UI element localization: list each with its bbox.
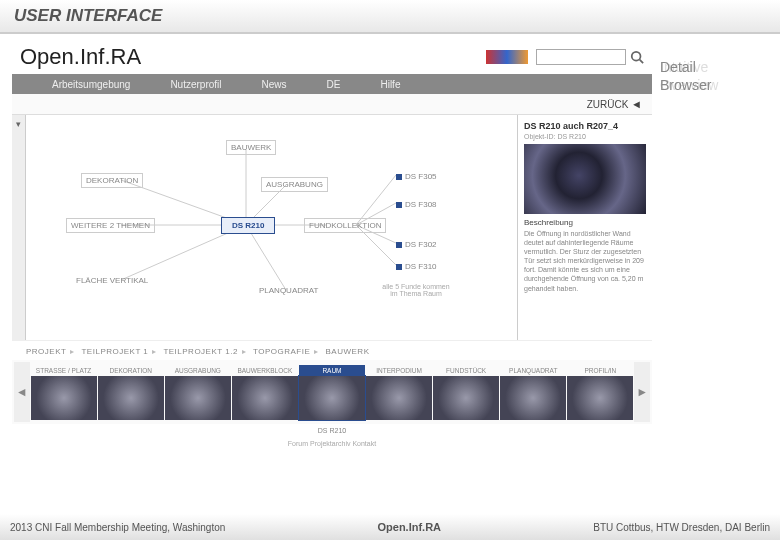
thumb-raum[interactable]: RAUM <box>299 365 365 420</box>
thumb-next-button[interactable]: ► <box>634 362 650 422</box>
detail-image[interactable] <box>524 144 646 214</box>
nav-item-profile[interactable]: Nutzerprofil <box>170 79 221 90</box>
thumb-ausgrabung[interactable]: AUSGRABUNG <box>165 365 231 420</box>
graph-node-f302[interactable]: DS F302 <box>391 237 442 252</box>
detail-panel: DS R210 auch R207_4 Objekt-ID: DS R210 B… <box>517 115 652 340</box>
footer-right: BTU Cottbus, HTW Dresden, DAI Berlin <box>593 522 770 533</box>
thumb-profil[interactable]: PROFIL/IN <box>567 365 633 420</box>
graph-node-flaeche[interactable]: FLÄCHE VERTIKAL <box>71 273 153 288</box>
graph-node-dekoration[interactable]: DEKORATION <box>81 173 143 188</box>
graph-node-weitere[interactable]: WEITERE 2 THEMEN <box>66 218 155 233</box>
annotation-label: Intuitive Overview Detail Browser <box>660 58 711 94</box>
brand-logo <box>486 50 528 64</box>
graph-node-f305[interactable]: DS F305 <box>391 169 442 184</box>
thumb-strasse[interactable]: STRASSE / PLATZ <box>31 365 97 420</box>
slide-footer: 2013 CNI Fall Membership Meeting, Washin… <box>0 514 780 540</box>
search-icon[interactable] <box>630 50 644 64</box>
graph-node-f310[interactable]: DS F310 <box>391 259 442 274</box>
search-input[interactable] <box>536 49 626 65</box>
footer-left: 2013 CNI Fall Membership Meeting, Washin… <box>10 522 225 533</box>
footer-center: Open.Inf.RA <box>378 521 442 533</box>
detail-text: Die Öffnung in nordöstlicher Wand deutet… <box>524 229 646 293</box>
detail-label: Beschreibung <box>524 218 646 227</box>
app-title: Open.Inf.RA <box>20 44 141 70</box>
thumb-prev-button[interactable]: ◄ <box>14 362 30 422</box>
svg-line-1 <box>640 60 644 64</box>
detail-title: DS R210 auch R207_4 <box>524 121 646 131</box>
nav-item-lang[interactable]: DE <box>327 79 341 90</box>
thumb-caption: DS R210 <box>12 424 652 437</box>
thumb-dekoration[interactable]: DEKORATION <box>98 365 164 420</box>
graph-node-f308[interactable]: DS F308 <box>391 197 442 212</box>
crumb-bauwerk[interactable]: BAUWERK <box>326 347 370 356</box>
relation-graph[interactable]: BAUWERK DEKORATION WEITERE 2 THEMEN FLÄC… <box>26 115 517 340</box>
crumb-tp12[interactable]: TEILPROJEKT 1.2 <box>163 347 238 356</box>
graph-node-planquadrat[interactable]: PLANQUADRAT <box>254 283 323 298</box>
crumb-projekt[interactable]: PROJEKT <box>26 347 66 356</box>
app-screenshot: Open.Inf.RA Arbeitsumgebung Nutzerprofil… <box>12 40 652 450</box>
breadcrumb: PROJEKT▸ TEILPROJEKT 1▸ TEILPROJEKT 1.2▸… <box>12 340 652 360</box>
nav-bar: Arbeitsumgebung Nutzerprofil News DE Hil… <box>12 74 652 94</box>
thumb-bauwerkblock[interactable]: BAUWERKBLOCK <box>232 365 298 420</box>
svg-point-0 <box>632 52 641 61</box>
thumb-fundstueck[interactable]: FUNDSTÜCK <box>433 365 499 420</box>
graph-node-ausgrabung[interactable]: AUSGRABUNG <box>261 177 328 192</box>
back-row: ZURÜCK ◄ <box>12 94 652 115</box>
detail-subtitle: Objekt-ID: DS R210 <box>524 133 646 140</box>
nav-item-news[interactable]: News <box>262 79 287 90</box>
graph-node-fundkollektion[interactable]: FUNDKOLLEKTION <box>304 218 386 233</box>
thumb-planquadrat[interactable]: PLANQUADRAT <box>500 365 566 420</box>
thumb-interpodium[interactable]: INTERPODIUM <box>366 365 432 420</box>
nav-item-help[interactable]: Hilfe <box>380 79 400 90</box>
crumb-topo[interactable]: TOPOGRAFIE <box>253 347 310 356</box>
graph-node-bauwerk[interactable]: BAUWERK <box>226 140 276 155</box>
graph-node-central[interactable]: DS R210 <box>221 217 275 234</box>
slide-header: USER INTERFACE <box>0 0 780 34</box>
crumb-tp1[interactable]: TEILPROJEKT 1 <box>81 347 148 356</box>
thumbnail-strip: ◄ STRASSE / PLATZ DEKORATION AUSGRABUNG … <box>12 360 652 424</box>
back-arrow-icon: ◄ <box>631 98 642 110</box>
scroll-collapse[interactable]: ▾ <box>12 115 26 340</box>
app-footer-links[interactable]: Forum Projektarchiv Kontakt <box>12 437 652 450</box>
graph-note: alle 5 Funde kommen im Thema Raum <box>376 280 456 300</box>
back-link[interactable]: ZURÜCK ◄ <box>587 99 642 110</box>
nav-item-workspace[interactable]: Arbeitsumgebung <box>52 79 130 90</box>
svg-line-8 <box>246 225 286 290</box>
